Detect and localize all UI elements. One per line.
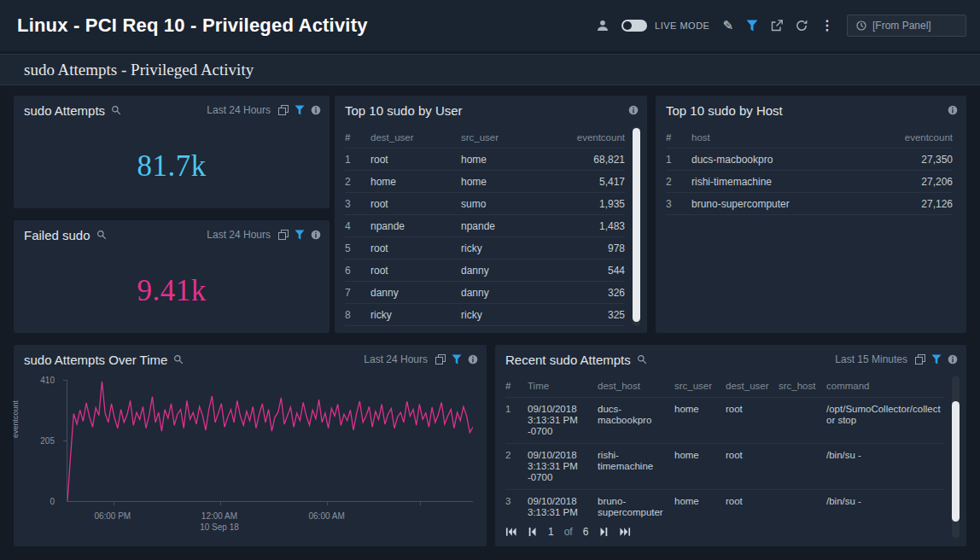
column-header: dest_user	[726, 381, 775, 391]
cell: sumo	[461, 198, 551, 210]
share-icon[interactable]	[771, 20, 783, 32]
header-controls: LIVE MODE ✎ ⋮ [From Panel]	[597, 15, 966, 37]
y-axis-ticks: 0205410	[14, 381, 61, 502]
table-row[interactable]: 2rishi-timemachine27,206	[666, 171, 953, 193]
column-header: host	[691, 132, 879, 143]
table-row[interactable]: 5rootricky978	[345, 237, 625, 260]
filter-icon[interactable]	[295, 230, 305, 240]
scrollbar-thumb[interactable]	[952, 401, 960, 522]
column-header: src_user	[674, 381, 722, 391]
x-tick-label: 06:00 PM	[94, 510, 131, 522]
cell: 27,126	[879, 198, 953, 210]
refresh-icon[interactable]	[796, 20, 808, 32]
chart-plot-area[interactable]	[67, 381, 473, 502]
table-row[interactable]: 1ducs-macbookpro27,350	[666, 149, 953, 171]
panel-recent-sudo: Recent sudo Attempts Last 15 Minutes #Ti…	[495, 345, 966, 546]
cell: home	[461, 176, 551, 188]
column-header: eventcount	[551, 132, 625, 143]
table-row[interactable]: 109/10/2018 3:13:31 PM -0700ducs-macbook…	[505, 398, 944, 444]
zoom-icon[interactable]	[111, 105, 121, 115]
prev-page-icon[interactable]	[527, 527, 538, 537]
y-tick-label: 410	[40, 376, 55, 385]
copy-icon[interactable]	[435, 354, 446, 365]
table-row[interactable]: 4npandenpande1,483	[345, 215, 625, 237]
info-icon[interactable]	[948, 354, 958, 365]
column-header: dest_user	[370, 132, 461, 143]
cell: 544	[551, 265, 625, 277]
filter-icon[interactable]	[931, 354, 942, 365]
cell: 5,417	[551, 176, 625, 188]
table-row[interactable]: 7dannydanny326	[345, 282, 625, 304]
cell: 2	[666, 176, 691, 188]
y-tick-label: 0	[50, 497, 55, 506]
y-tick-label: 205	[40, 436, 55, 446]
line-chart	[67, 381, 473, 501]
cell: 1	[666, 154, 691, 166]
panel-header: Recent sudo Attempts Last 15 Minutes	[495, 345, 966, 374]
panel-header: Failed sudo Last 24 Hours	[14, 220, 330, 249]
cell: /bin/su -	[826, 496, 944, 507]
table-row[interactable]: 2homehome5,417	[345, 171, 625, 193]
cell: 3	[505, 496, 524, 507]
column-header: #	[345, 132, 370, 143]
time-range-label: Last 24 Hours	[207, 104, 271, 116]
edit-icon[interactable]: ✎	[722, 20, 733, 32]
cell: 3	[666, 198, 691, 210]
dashboard-canvas: sudo Attempts Last 24 Hours 81.7k Failed…	[0, 85, 980, 560]
panel-header: sudo Attempts Last 24 Hours	[14, 96, 330, 125]
cell: home	[674, 450, 722, 461]
cell: root	[370, 265, 461, 277]
panel-title: sudo Attempts Over Time	[24, 353, 167, 367]
info-icon[interactable]	[948, 105, 958, 115]
panel-sudo-attempts: sudo Attempts Last 24 Hours 81.7k	[14, 96, 330, 208]
cell: ricky	[370, 309, 461, 321]
table-row[interactable]: 309/10/2018 3:13:31 PM -0700bruno-superc…	[505, 490, 944, 519]
from-panel-label: [From Panel]	[872, 20, 931, 32]
copy-icon[interactable]	[278, 230, 289, 240]
table-row[interactable]: 1roothome68,821	[345, 149, 625, 171]
page-of-label: of	[564, 526, 573, 538]
last-page-icon[interactable]	[620, 527, 631, 537]
column-header: src_host	[779, 381, 823, 391]
x-tick-mark	[420, 501, 421, 505]
zoom-icon[interactable]	[96, 230, 107, 240]
zoom-icon[interactable]	[637, 354, 647, 365]
panel-header: sudo Attempts Over Time Last 24 Hours	[14, 345, 487, 374]
zoom-icon[interactable]	[173, 354, 184, 365]
live-mode-label: LIVE MODE	[655, 20, 709, 31]
info-icon[interactable]	[311, 105, 321, 115]
more-menu-icon[interactable]: ⋮	[820, 20, 834, 32]
next-page-icon[interactable]	[598, 527, 610, 537]
first-page-icon[interactable]	[505, 527, 516, 537]
filter-icon[interactable]	[295, 105, 305, 115]
cell: 3	[345, 198, 370, 210]
from-panel-selector[interactable]: [From Panel]	[847, 15, 966, 37]
table-row[interactable]: 3rootsumo1,935	[345, 193, 625, 215]
column-header: #	[666, 132, 691, 143]
table-row[interactable]: 6rootdanny544	[345, 260, 625, 282]
table-row[interactable]: 3bruno-supercomputer27,126	[666, 193, 953, 215]
top-by-user-table: #dest_usersrc_usereventcount 1roothome68…	[345, 126, 625, 330]
table-row[interactable]: 8rickyricky325	[345, 304, 625, 326]
cell: /bin/su -	[826, 450, 944, 461]
x-tick-mark	[114, 501, 114, 505]
column-header: Time	[528, 381, 594, 391]
cell: 1,935	[551, 198, 625, 210]
panel-header: Top 10 sudo by Host	[656, 96, 966, 125]
info-icon[interactable]	[468, 354, 478, 365]
user-icon[interactable]	[597, 20, 609, 32]
scrollbar-thumb[interactable]	[633, 128, 640, 322]
filter-icon[interactable]	[746, 20, 758, 32]
cell: 8	[345, 309, 370, 321]
table-row[interactable]: 209/10/2018 3:13:31 PM -0700rishi-timema…	[505, 444, 944, 490]
info-icon[interactable]	[628, 105, 639, 115]
live-mode-toggle[interactable]	[621, 20, 647, 32]
info-icon[interactable]	[311, 230, 321, 240]
copy-icon[interactable]	[278, 105, 289, 115]
page-title: Linux - PCI Req 10 - Privileged Activity	[17, 15, 368, 37]
copy-icon[interactable]	[915, 354, 925, 365]
filter-icon[interactable]	[452, 354, 462, 365]
cell: root	[370, 154, 461, 166]
recent-table: #Timedest_hostsrc_userdest_usersrc_hostc…	[505, 374, 944, 519]
x-tick-label: 12:00 AM10 Sep 18	[200, 510, 239, 533]
